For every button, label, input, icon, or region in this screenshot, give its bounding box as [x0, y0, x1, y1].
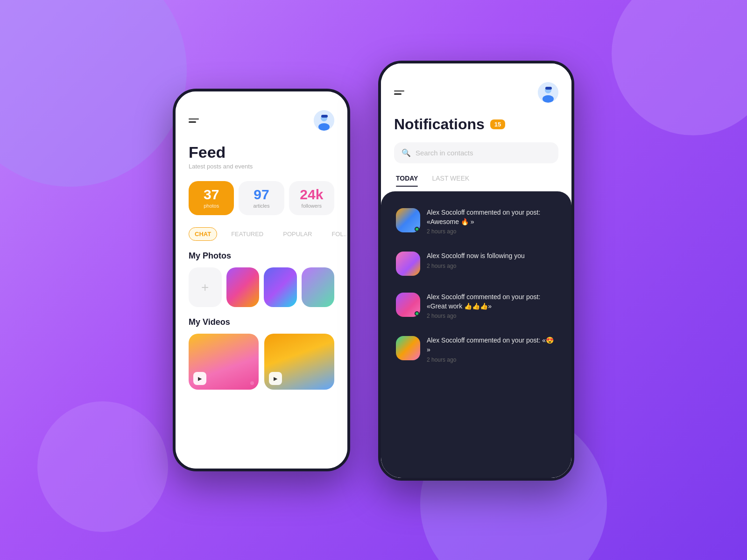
- notif-time-1: 2 hours ago: [427, 228, 557, 235]
- stats-row: 37 photos 97 articles 24k followers: [189, 181, 334, 215]
- notif-avatar-1: [396, 208, 420, 232]
- notif-content-3: Alex Socoloff commented on your post: «G…: [427, 293, 557, 319]
- my-videos-title: My Videos: [189, 317, 334, 327]
- video-thumb-1[interactable]: ▶: [189, 334, 259, 390]
- search-icon: 🔍: [402, 148, 411, 157]
- video-thumb-2[interactable]: ▶: [264, 334, 334, 390]
- notif-avatar-2: [396, 252, 420, 276]
- svg-rect-3: [321, 115, 328, 118]
- tab-today[interactable]: TODAY: [396, 175, 418, 187]
- photo-thumb-1[interactable]: [226, 267, 260, 307]
- feed-title: Feed: [189, 144, 334, 161]
- photo-thumb-2[interactable]: [264, 267, 297, 307]
- tab-featured[interactable]: FEATURED: [226, 228, 269, 240]
- notif-item-3[interactable]: Alex Socoloff commented on your post: «G…: [390, 285, 562, 327]
- hamburger-menu-right[interactable]: [394, 91, 404, 95]
- notif-time-3: 2 hours ago: [427, 313, 557, 319]
- stat-articles-number: 97: [254, 188, 269, 202]
- videos-grid: ▶ ▶: [189, 334, 334, 390]
- svg-rect-7: [545, 87, 552, 90]
- notif-item-2[interactable]: Alex Socoloff now is following you 2 hou…: [390, 244, 562, 283]
- plus-icon: +: [201, 280, 209, 295]
- user-avatar-right[interactable]: [538, 82, 558, 103]
- notif-item-1[interactable]: Alex Socoloff commented on your post: «A…: [390, 201, 562, 242]
- user-avatar[interactable]: [314, 110, 334, 131]
- feed-header: [189, 110, 334, 131]
- stat-followers[interactable]: 24k followers: [289, 181, 334, 215]
- stat-photos-number: 37: [204, 188, 219, 202]
- my-photos-title: My Photos: [189, 251, 334, 261]
- feed-subtitle: Latest posts and events: [189, 163, 334, 170]
- tab-last-week[interactable]: LAST WEEK: [432, 175, 469, 187]
- notif-content-2: Alex Socoloff now is following you 2 hou…: [427, 252, 557, 269]
- right-phone: Notifications 15 🔍 Search in contacts TO…: [378, 61, 574, 481]
- online-indicator-1: [415, 227, 419, 231]
- stat-photos[interactable]: 37 photos: [189, 181, 234, 215]
- notif-avatar-4: [396, 336, 420, 360]
- notifications-badge: 15: [490, 119, 505, 129]
- add-photo-button[interactable]: +: [189, 267, 222, 307]
- notif-text-4: Alex Socoloff commented on your post: «😍…: [427, 336, 557, 354]
- stat-articles[interactable]: 97 articles: [239, 181, 284, 215]
- tabs-row: CHAT FEATURED POPULAR FOL...: [189, 227, 334, 241]
- hamburger-menu[interactable]: [189, 119, 199, 123]
- dot-decoration-1: [250, 381, 254, 385]
- notif-content-4: Alex Socoloff commented on your post: «😍…: [427, 336, 557, 363]
- notifications-title: Notifications: [394, 116, 485, 133]
- online-indicator-3: [415, 311, 419, 316]
- feed-screen: Feed Latest posts and events 37 photos 9…: [176, 91, 347, 469]
- svg-point-2: [318, 123, 330, 131]
- tab-popular[interactable]: POPULAR: [277, 228, 317, 240]
- play-button-2[interactable]: ▶: [269, 372, 282, 385]
- stat-followers-number: 24k: [300, 188, 323, 202]
- tab-fol[interactable]: FOL...: [326, 228, 347, 240]
- feed-title-section: Feed Latest posts and events: [189, 144, 334, 170]
- svg-point-6: [543, 95, 554, 103]
- notif-time-2: 2 hours ago: [427, 263, 557, 269]
- notif-header-area: Notifications 15 🔍 Search in contacts TO…: [381, 63, 571, 187]
- tab-chat[interactable]: CHAT: [189, 227, 217, 241]
- notif-tabs: TODAY LAST WEEK: [394, 175, 558, 187]
- notif-text-2: Alex Socoloff now is following you: [427, 252, 557, 261]
- left-phone: Feed Latest posts and events 37 photos 9…: [173, 89, 350, 471]
- notif-text-1: Alex Socoloff commented on your post: «A…: [427, 208, 557, 226]
- notif-content-1: Alex Socoloff commented on your post: «A…: [427, 208, 557, 235]
- play-button-1[interactable]: ▶: [193, 372, 206, 385]
- search-bar[interactable]: 🔍 Search in contacts: [394, 142, 558, 163]
- notifications-screen: Notifications 15 🔍 Search in contacts TO…: [381, 63, 571, 478]
- notifications-title-row: Notifications 15: [394, 116, 558, 133]
- notif-top-bar: [394, 82, 558, 103]
- notif-text-3: Alex Socoloff commented on your post: «G…: [427, 293, 557, 311]
- stat-photos-label: photos: [204, 203, 219, 209]
- stat-followers-label: followers: [302, 203, 322, 209]
- notif-avatar-3: [396, 293, 420, 317]
- photo-thumb-3[interactable]: [302, 267, 335, 307]
- search-placeholder: Search in contacts: [416, 149, 473, 157]
- notif-item-4[interactable]: Alex Socoloff commented on your post: «😍…: [390, 329, 562, 370]
- notif-time-4: 2 hours ago: [427, 357, 557, 363]
- notifications-list: Alex Socoloff commented on your post: «A…: [381, 191, 571, 478]
- stat-articles-label: articles: [254, 203, 270, 209]
- photos-grid: +: [189, 267, 334, 307]
